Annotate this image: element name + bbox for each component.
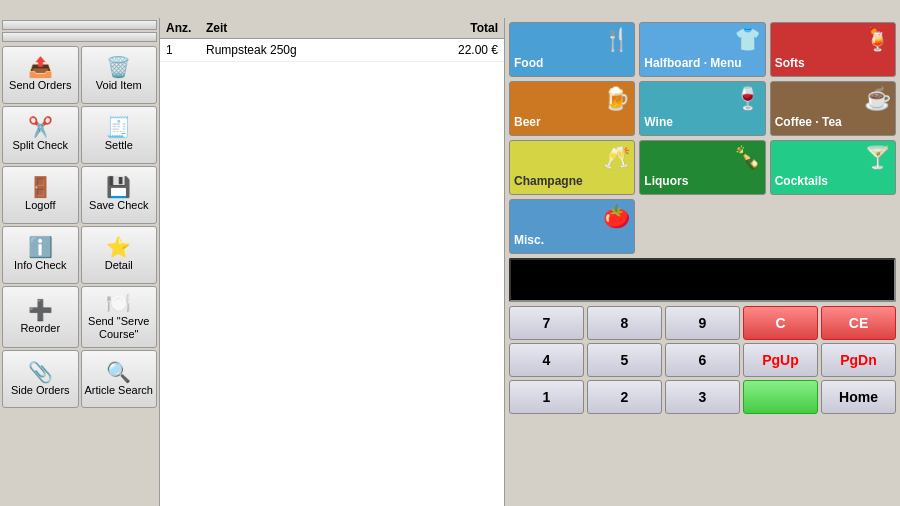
send-serve-course-label: Send "Serve Course" bbox=[84, 315, 155, 341]
champagne-label: Champagne bbox=[514, 174, 583, 188]
top-bar bbox=[0, 0, 900, 4]
row-total: 22.00 € bbox=[408, 43, 498, 57]
order-panel: Anz. Zeit Total 1 Rumpsteak 250g 22.00 € bbox=[160, 18, 505, 506]
side-orders-icon: 📎 bbox=[28, 362, 53, 382]
category-misc[interactable]: 🍅 Misc. bbox=[509, 199, 635, 254]
category-coffee-tea[interactable]: ☕ Coffee · Tea bbox=[770, 81, 896, 136]
misc-icon: 🍅 bbox=[603, 204, 630, 230]
logoff-label: Logoff bbox=[25, 199, 55, 212]
cocktails-icon: 🍸 bbox=[864, 145, 891, 171]
numpad-key-ce[interactable]: CE bbox=[821, 306, 896, 340]
liquors-icon: 🍾 bbox=[734, 145, 761, 171]
col-zeit: Zeit bbox=[206, 21, 408, 35]
settle-button[interactable]: 🧾Settle bbox=[81, 106, 158, 164]
save-check-label: Save Check bbox=[89, 199, 148, 212]
numpad-key-3[interactable]: 3 bbox=[665, 380, 740, 414]
numpad: 789CCE456PgUpPgDn123Home bbox=[509, 306, 896, 414]
food-label: Food bbox=[514, 56, 543, 70]
numpad-key-2[interactable]: 2 bbox=[587, 380, 662, 414]
info-check-label: Info Check bbox=[14, 259, 67, 272]
food-icon: 🍴 bbox=[603, 27, 630, 53]
col-anz: Anz. bbox=[166, 21, 206, 35]
category-beer[interactable]: 🍺 Beer bbox=[509, 81, 635, 136]
detail-label: Detail bbox=[105, 259, 133, 272]
reorder-icon: ➕ bbox=[28, 300, 53, 320]
send-orders-label: Send Orders bbox=[9, 79, 71, 92]
empty-cell bbox=[639, 199, 765, 254]
row-item: Rumpsteak 250g bbox=[206, 43, 408, 57]
halfboard-menu-icon: 👕 bbox=[734, 27, 761, 53]
side-orders-button[interactable]: 📎Side Orders bbox=[2, 350, 79, 408]
category-softs[interactable]: 🍹 Softs bbox=[770, 22, 896, 77]
cocktails-label: Cocktails bbox=[775, 174, 828, 188]
split-check-button[interactable]: ✂️Split Check bbox=[2, 106, 79, 164]
split-check-icon: ✂️ bbox=[28, 117, 53, 137]
category-wine[interactable]: 🍷 Wine bbox=[639, 81, 765, 136]
wine-label: Wine bbox=[644, 115, 673, 129]
save-check-button[interactable]: 💾Save Check bbox=[81, 166, 158, 224]
category-cocktails[interactable]: 🍸 Cocktails bbox=[770, 140, 896, 195]
numpad-key-pgup[interactable]: PgUp bbox=[743, 343, 818, 377]
numpad-key-9[interactable]: 9 bbox=[665, 306, 740, 340]
numpad-key-4[interactable]: 4 bbox=[509, 343, 584, 377]
category-halfboard-menu[interactable]: 👕 Halfboard · Menu bbox=[639, 22, 765, 77]
beer-label: Beer bbox=[514, 115, 541, 129]
settle-icon: 🧾 bbox=[106, 117, 131, 137]
reorder-label: Reorder bbox=[20, 322, 60, 335]
order-rows: 1 Rumpsteak 250g 22.00 € bbox=[160, 39, 504, 62]
send-serve-course-icon: 🍽️ bbox=[106, 293, 131, 313]
send-orders-button[interactable]: 📤Send Orders bbox=[2, 46, 79, 104]
void-item-icon: 🗑️ bbox=[106, 57, 131, 77]
softs-label: Softs bbox=[775, 56, 805, 70]
left-panel: 📤Send Orders🗑️Void Item✂️Split Check🧾Set… bbox=[0, 18, 160, 506]
numpad-key-8[interactable]: 8 bbox=[587, 306, 662, 340]
numpad-key-7[interactable]: 7 bbox=[509, 306, 584, 340]
send-orders-icon: 📤 bbox=[28, 57, 53, 77]
order-row[interactable]: 1 Rumpsteak 250g 22.00 € bbox=[160, 39, 504, 62]
side-orders-label: Side Orders bbox=[11, 384, 70, 397]
order-header: Anz. Zeit Total bbox=[160, 18, 504, 39]
misc-label: Misc. bbox=[514, 233, 544, 247]
category-liquors[interactable]: 🍾 Liquors bbox=[639, 140, 765, 195]
split-check-label: Split Check bbox=[12, 139, 68, 152]
logoff-button[interactable]: 🚪Logoff bbox=[2, 166, 79, 224]
coffee-tea-icon: ☕ bbox=[864, 86, 891, 112]
misc-row: 🍅 Misc. bbox=[509, 199, 896, 254]
article-search-icon: 🔍 bbox=[106, 362, 131, 382]
display-screen bbox=[509, 258, 896, 302]
softs-icon: 🍹 bbox=[864, 27, 891, 53]
logoff-icon: 🚪 bbox=[28, 177, 53, 197]
action-buttons: 📤Send Orders🗑️Void Item✂️Split Check🧾Set… bbox=[0, 44, 159, 410]
col-total: Total bbox=[408, 21, 498, 35]
numpad-key-home[interactable]: Home bbox=[821, 380, 896, 414]
numpad-key-c[interactable]: C bbox=[743, 306, 818, 340]
standard-title bbox=[2, 20, 157, 30]
numpad-key-pgdn[interactable]: PgDn bbox=[821, 343, 896, 377]
info-check-icon: ℹ️ bbox=[28, 237, 53, 257]
checks-title bbox=[2, 32, 157, 42]
detail-button[interactable]: ⭐Detail bbox=[81, 226, 158, 284]
beer-icon: 🍺 bbox=[603, 86, 630, 112]
champagne-icon: 🥂 bbox=[603, 145, 630, 171]
empty-cell bbox=[770, 199, 896, 254]
category-champagne[interactable]: 🥂 Champagne bbox=[509, 140, 635, 195]
halfboard-menu-label: Halfboard · Menu bbox=[644, 56, 741, 70]
detail-icon: ⭐ bbox=[106, 237, 131, 257]
settle-label: Settle bbox=[105, 139, 133, 152]
coffee-tea-label: Coffee · Tea bbox=[775, 115, 842, 129]
reorder-button[interactable]: ➕Reorder bbox=[2, 286, 79, 348]
row-anz: 1 bbox=[166, 43, 206, 57]
info-check-button[interactable]: ℹ️Info Check bbox=[2, 226, 79, 284]
send-serve-course-button[interactable]: 🍽️Send "Serve Course" bbox=[81, 286, 158, 348]
article-search-label: Article Search bbox=[85, 384, 153, 397]
numpad-key-1[interactable]: 1 bbox=[509, 380, 584, 414]
category-food[interactable]: 🍴 Food bbox=[509, 22, 635, 77]
numpad-key-enter[interactable] bbox=[743, 380, 818, 414]
numpad-key-5[interactable]: 5 bbox=[587, 343, 662, 377]
save-check-icon: 💾 bbox=[106, 177, 131, 197]
void-item-button[interactable]: 🗑️Void Item bbox=[81, 46, 158, 104]
article-search-button[interactable]: 🔍Article Search bbox=[81, 350, 158, 408]
numpad-key-6[interactable]: 6 bbox=[665, 343, 740, 377]
right-panel: 🍴 Food 👕 Halfboard · Menu 🍹 Softs 🍺 Beer… bbox=[505, 18, 900, 506]
void-item-label: Void Item bbox=[96, 79, 142, 92]
